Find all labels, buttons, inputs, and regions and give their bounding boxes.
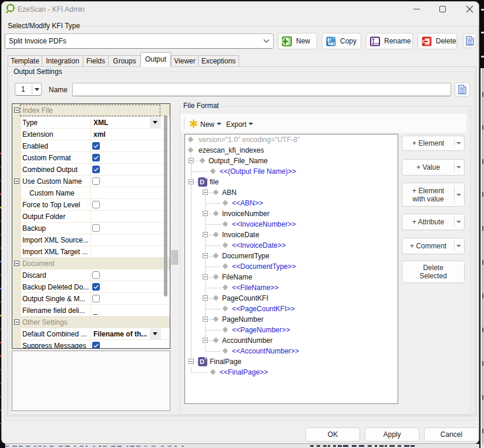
svg-text:2: 2 (332, 41, 335, 45)
svg-text:1: 1 (328, 38, 331, 42)
